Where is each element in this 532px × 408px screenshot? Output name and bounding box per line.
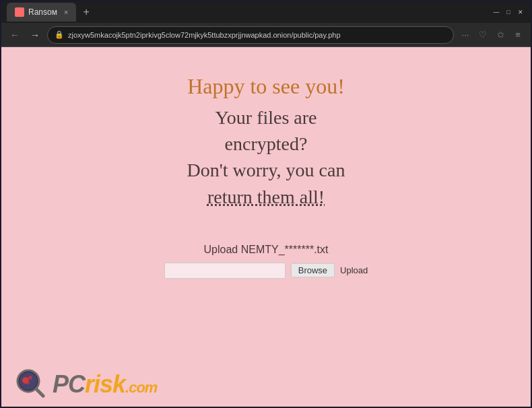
nav-right-icons: ··· ♡ ✩ ≡ — [458, 28, 525, 42]
line2: encrypted? — [225, 133, 308, 154]
headline: Happy to see you! — [187, 74, 345, 99]
back-button[interactable]: ← — [7, 27, 23, 43]
upload-controls: Browse Upload — [164, 263, 368, 279]
browser-window: Ransом × + — □ ✕ ← → 🔒 zjoxyw5mkacojk5pt… — [0, 0, 532, 408]
window-controls: — □ ✕ — [492, 7, 525, 17]
more-button[interactable]: ··· — [458, 28, 473, 42]
pcrisk-logo-icon — [15, 368, 48, 401]
tab-title: Ransом — [28, 7, 57, 17]
line1: Your files are — [215, 107, 317, 128]
maximize-button[interactable]: □ — [504, 7, 513, 17]
favorites-icon[interactable]: ♡ — [475, 28, 490, 42]
svg-line-5 — [36, 389, 43, 396]
brand-tld: .com — [125, 379, 157, 396]
brand-risk: risk — [85, 370, 125, 398]
svg-point-4 — [27, 382, 30, 385]
body-text: Your files are encrypted? Don't worry, y… — [187, 104, 345, 210]
svg-point-3 — [28, 376, 32, 380]
address-bar[interactable]: 🔒 zjoxyw5mkacojk5ptn2iprkivg5clow72mjkyk… — [47, 26, 454, 44]
browse-button[interactable]: Browse — [291, 263, 335, 277]
lock-icon: 🔒 — [55, 30, 64, 39]
upload-section: Upload NEMTY_*******.txt Browse Upload — [164, 244, 368, 279]
minimize-button[interactable]: — — [492, 7, 501, 17]
brand-pc: PC — [53, 370, 85, 398]
line4: return them all! — [207, 186, 325, 207]
new-tab-button[interactable]: + — [80, 6, 92, 18]
url-text: zjoxyw5mkacojk5ptn2iprkivg5clow72mjkyk5t… — [68, 31, 341, 39]
tab-favicon — [15, 7, 24, 17]
web-content: Happy to see you! Your files are encrypt… — [1, 47, 531, 407]
watermark: PCrisk.com — [15, 368, 157, 401]
upload-label: Upload NEMTY_*******.txt — [164, 244, 368, 256]
collections-icon[interactable]: ✩ — [493, 28, 508, 42]
watermark-text: PCrisk.com — [53, 370, 157, 399]
close-window-button[interactable]: ✕ — [516, 7, 525, 17]
tab-bar: Ransом × + — [7, 3, 489, 22]
tab-close-button[interactable]: × — [64, 9, 68, 16]
title-bar: Ransом × + — □ ✕ — [1, 1, 531, 23]
line3: Don't worry, you can — [187, 160, 345, 180]
upload-button[interactable]: Upload — [340, 265, 368, 275]
nav-bar: ← → 🔒 zjoxyw5mkacojk5ptn2iprkivg5clow72m… — [1, 23, 531, 47]
main-text-block: Happy to see you! Your files are encrypt… — [187, 74, 345, 210]
forward-button[interactable]: → — [27, 27, 43, 43]
file-input[interactable] — [164, 263, 286, 279]
active-tab[interactable]: Ransом × — [7, 3, 76, 22]
settings-menu-button[interactable]: ≡ — [510, 28, 525, 42]
